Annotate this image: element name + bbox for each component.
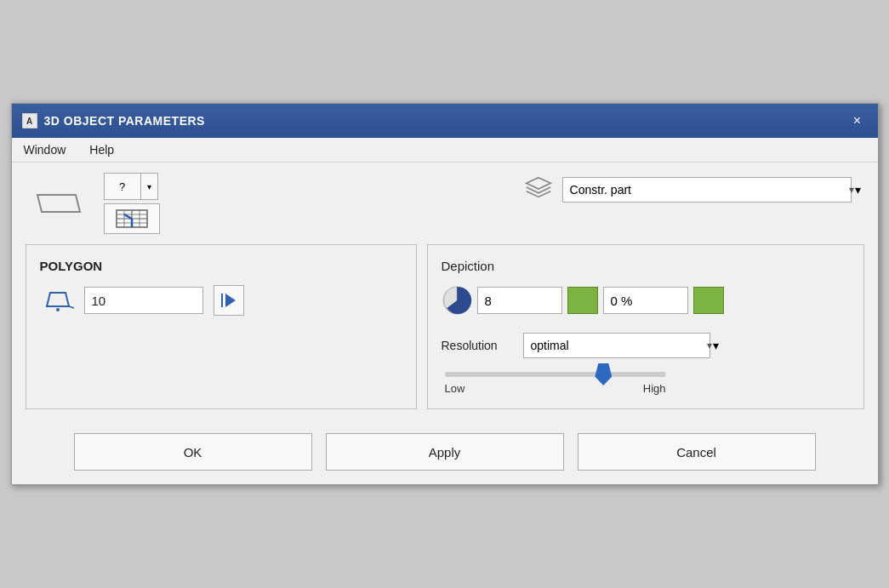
main-content: POLYGON 10 xyxy=(12,237,878,423)
menu-window[interactable]: Window xyxy=(19,141,71,158)
slider-fill xyxy=(445,372,604,377)
polygon-icon xyxy=(40,288,74,314)
apply-button[interactable]: Apply xyxy=(326,433,564,471)
tool-button-group: ? ▾ xyxy=(104,173,160,234)
menu-bar: Window Help xyxy=(12,138,878,163)
dialog-title: 3D OBJECT PARAMETERS xyxy=(44,114,205,128)
svg-marker-11 xyxy=(47,293,69,306)
svg-marker-14 xyxy=(225,294,236,307)
depiction-green-btn1[interactable] xyxy=(567,287,598,314)
depiction-panel: Depiction 8 0 % Resolution xyxy=(427,244,864,409)
svg-line-9 xyxy=(124,214,132,219)
svg-marker-0 xyxy=(37,195,80,212)
close-button[interactable]: × xyxy=(847,111,868,131)
slider-track xyxy=(445,372,666,377)
cancel-button[interactable]: Cancel xyxy=(578,433,816,471)
resolution-select[interactable]: optimal low medium high xyxy=(523,333,710,358)
slider-low-label: Low xyxy=(445,382,465,395)
slider-container: Low High xyxy=(442,372,850,395)
polygon-row: 10 xyxy=(40,285,402,316)
depiction-value2-input[interactable]: 0 % xyxy=(603,287,688,314)
depiction-green-btn2[interactable] xyxy=(693,287,724,314)
polygon-section-label: POLYGON xyxy=(40,259,402,273)
unknown-tool-group: ? ▾ xyxy=(104,173,160,200)
polygon-arrow-button[interactable] xyxy=(214,285,244,316)
depiction-row: 8 0 % xyxy=(442,285,850,316)
resolution-label: Resolution xyxy=(442,339,510,352)
toolbar-right: Constr. part Layer 1 Layer 2 ▾ xyxy=(523,173,861,206)
shape-icon xyxy=(29,191,97,216)
title-bar-left: A 3D OBJECT PARAMETERS xyxy=(22,113,205,128)
unknown-tool-dropdown[interactable]: ▾ xyxy=(141,173,158,200)
layer-select-wrapper: Constr. part Layer 1 Layer 2 ▾ xyxy=(562,177,861,203)
slider-high-label: High xyxy=(643,382,666,395)
bottom-bar: OK Apply Cancel xyxy=(12,423,878,484)
ok-button[interactable]: OK xyxy=(74,433,312,471)
menu-help[interactable]: Help xyxy=(84,141,119,158)
grid-tool-button[interactable] xyxy=(104,203,160,234)
depiction-pie-icon xyxy=(442,285,472,316)
resolution-select-wrapper: optimal low medium high ▾ xyxy=(523,333,720,358)
svg-line-12 xyxy=(69,306,74,308)
resolution-row: Resolution optimal low medium high ▾ xyxy=(442,333,850,358)
app-icon: A xyxy=(22,113,37,128)
unknown-tool-button[interactable]: ? xyxy=(104,173,141,200)
slider-labels: Low High xyxy=(445,382,666,395)
svg-marker-10 xyxy=(526,178,550,189)
toolbar-left: ? ▾ xyxy=(29,173,160,234)
svg-point-13 xyxy=(56,308,60,311)
polygon-panel: POLYGON 10 xyxy=(26,244,417,409)
toolbar-area: ? ▾ xyxy=(12,163,878,237)
layers-icon xyxy=(523,173,554,206)
resolution-select-arrow: ▾ xyxy=(713,339,719,352)
layer-select-arrow: ▾ xyxy=(855,183,861,197)
main-dialog: A 3D OBJECT PARAMETERS × Window Help ? xyxy=(11,103,879,485)
title-bar: A 3D OBJECT PARAMETERS × xyxy=(12,104,878,138)
polygon-value-input[interactable]: 10 xyxy=(84,287,203,314)
depiction-value1-input[interactable]: 8 xyxy=(477,287,562,314)
depiction-section-label: Depiction xyxy=(442,259,850,273)
layer-select[interactable]: Constr. part Layer 1 Layer 2 xyxy=(562,177,852,203)
